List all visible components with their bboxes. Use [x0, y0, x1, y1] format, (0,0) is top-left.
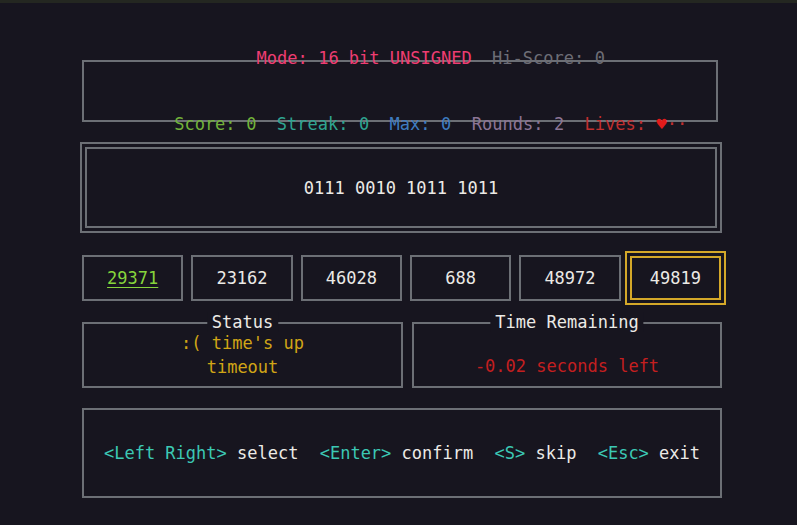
help-skip: <S> skip: [495, 443, 577, 463]
answer-option-label: 29371: [107, 268, 158, 288]
help-bar: <Left Right> select<Enter> confirm<S> sk…: [82, 408, 722, 498]
binary-display-inner: 0111 0010 1011 1011: [85, 147, 717, 228]
enter-key-hint: <Enter>: [320, 443, 392, 463]
s-key-hint: <S>: [495, 443, 526, 463]
lives-label: Lives:: [585, 114, 646, 134]
answer-option[interactable]: 23162: [191, 255, 292, 301]
max-value: 0: [441, 114, 451, 134]
mode-value: 16 bit UNSIGNED: [318, 48, 472, 68]
hiscore-value: 0: [595, 48, 605, 68]
answer-option-label: 23162: [216, 268, 267, 288]
status-line-1: :( time's up: [181, 331, 304, 355]
game-screen: Mode:16 bit UNSIGNEDHi-Score:0 Score:0St…: [0, 0, 797, 525]
lost-lives-dots: ··: [667, 114, 687, 134]
status-line-2: timeout: [207, 355, 279, 379]
time-remaining-panel: Time Remaining -0.02 seconds left: [412, 322, 722, 388]
answer-option-label: 48972: [544, 268, 595, 288]
status-panel: Status :( time's up timeout: [82, 322, 403, 388]
status-panel-title: Status: [207, 312, 278, 332]
streak-value: 0: [359, 114, 369, 134]
exit-action-label: exit: [659, 443, 700, 463]
help-confirm: <Enter> confirm: [320, 443, 474, 463]
esc-key-hint: <Esc>: [598, 443, 649, 463]
score-value: 0: [246, 114, 256, 134]
answer-option-label: 688: [445, 268, 476, 288]
rounds-label: Rounds:: [472, 114, 544, 134]
mode-line: Mode:16 bit UNSIGNEDHi-Score:0: [195, 25, 605, 91]
answer-option-selected[interactable]: 49819: [625, 251, 726, 305]
heart-icon: ♥: [657, 114, 667, 134]
max-label: Max:: [390, 114, 431, 134]
mode-label: Mode:: [256, 48, 307, 68]
time-remaining-title: Time Remaining: [490, 312, 643, 332]
help-exit: <Esc> exit: [598, 443, 700, 463]
left-right-key-hint: <Left Right>: [104, 443, 227, 463]
answer-option[interactable]: 46028: [301, 255, 402, 301]
scoreboard-panel: Mode:16 bit UNSIGNEDHi-Score:0 Score:0St…: [82, 60, 718, 122]
score-label: Score:: [174, 114, 235, 134]
binary-string: 0111 0010 1011 1011: [304, 178, 498, 198]
hiscore-label: Hi-Score:: [492, 48, 584, 68]
answer-option-label: 46028: [326, 268, 377, 288]
answer-option-correct[interactable]: 29371: [82, 255, 183, 301]
binary-display-panel: 0111 0010 1011 1011: [80, 142, 722, 233]
answer-options-row: 29371 23162 46028 688 48972 49819: [82, 255, 722, 301]
streak-label: Streak:: [277, 114, 349, 134]
answer-option[interactable]: 688: [410, 255, 511, 301]
window-top-edge: [0, 0, 797, 3]
answer-option-label: 49819: [650, 268, 701, 288]
confirm-action-label: confirm: [402, 443, 474, 463]
rounds-value: 2: [554, 114, 564, 134]
select-action-label: select: [237, 443, 298, 463]
answer-option[interactable]: 48972: [519, 255, 620, 301]
help-select: <Left Right> select: [104, 443, 299, 463]
skip-action-label: skip: [535, 443, 576, 463]
time-remaining-value: -0.02 seconds left: [475, 356, 659, 376]
